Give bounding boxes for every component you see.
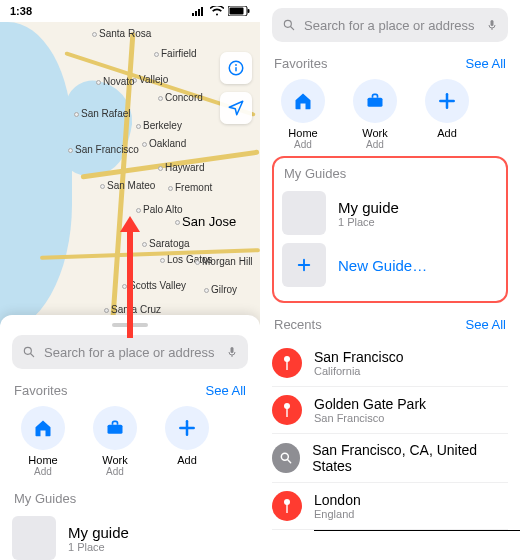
favorites-list: HomeAddWorkAddAdd [272, 79, 508, 150]
new-guide-button[interactable]: New Guide… [282, 239, 498, 291]
status-indicators [192, 6, 250, 16]
wifi-icon [210, 6, 224, 16]
recents-see-all[interactable]: See All [466, 317, 506, 332]
recent-pin [272, 491, 302, 521]
favorite-label: Work [362, 127, 387, 139]
favorite-circle [93, 406, 137, 450]
svg-rect-21 [368, 98, 383, 107]
bottom-sheet[interactable]: Search for a place or address Favorites … [0, 315, 260, 560]
cellular-icon [192, 6, 206, 16]
guide-item[interactable]: My guide 1 Place [282, 187, 498, 239]
recent-pin [272, 395, 302, 425]
guide-item[interactable]: My guide 1 Place [12, 512, 248, 560]
pin-icon [282, 355, 292, 371]
svg-point-10 [24, 347, 31, 354]
svg-rect-12 [231, 347, 234, 353]
favorites-header: Favorites See All [12, 369, 248, 406]
guide-thumb [282, 191, 326, 235]
city-label: San Rafael [74, 108, 130, 119]
city-label: Vallejo [132, 74, 168, 85]
locate-button[interactable] [220, 92, 252, 124]
map-water [0, 22, 72, 332]
annotation-arrow [127, 228, 133, 338]
city-label: Berkeley [136, 120, 182, 131]
search-icon [22, 345, 36, 359]
svg-rect-27 [286, 361, 287, 370]
favorite-plus[interactable]: Add [160, 406, 214, 477]
recent-name: London [314, 492, 361, 508]
search-placeholder: Search for a place or address [44, 345, 218, 360]
favorite-briefcase[interactable]: WorkAdd [348, 79, 402, 150]
svg-rect-1 [195, 11, 197, 16]
plus-icon [295, 256, 313, 274]
city-label: Hayward [158, 162, 204, 173]
mic-icon[interactable] [486, 17, 498, 33]
favorites-list: HomeAddWorkAddAdd [12, 406, 248, 477]
info-icon [227, 59, 245, 77]
search-input[interactable]: Search for a place or address [272, 8, 508, 42]
city-label: Fremont [168, 182, 212, 193]
recents-list: San FranciscoCaliforniaGolden Gate ParkS… [272, 340, 508, 531]
plus-icon [437, 91, 457, 111]
favorite-label: Home [28, 454, 57, 466]
favorite-sub: Add [34, 466, 52, 477]
pin-icon [282, 402, 292, 418]
recent-sub: England [314, 508, 361, 520]
guides-callout: My Guides My guide 1 Place New Guide… [272, 156, 508, 303]
left-screenshot: 1:38 Santa RosaFairfieldVallejoNovatoCon… [0, 0, 260, 560]
favorite-label: Add [437, 127, 457, 139]
recent-pin [272, 443, 300, 473]
favorite-circle [21, 406, 65, 450]
city-label: Oakland [142, 138, 186, 149]
home-icon [33, 418, 53, 438]
recents-header: Recents See All [272, 303, 508, 340]
mic-icon[interactable] [226, 344, 238, 360]
favorite-briefcase[interactable]: WorkAdd [88, 406, 142, 477]
plus-icon [177, 418, 197, 438]
recents-title: Recents [274, 317, 322, 332]
favorite-home[interactable]: HomeAdd [276, 79, 330, 150]
svg-rect-29 [286, 408, 287, 417]
guides-title: My Guides [12, 477, 248, 512]
favorite-home[interactable]: HomeAdd [16, 406, 70, 477]
recent-item[interactable]: Golden Gate ParkSan Francisco [272, 387, 508, 434]
guide-sub: 1 Place [68, 541, 129, 553]
svg-point-17 [284, 20, 291, 27]
favorite-sub: Add [294, 139, 312, 150]
city-label: San Jose [175, 214, 236, 229]
favorites-see-all[interactable]: See All [466, 56, 506, 71]
favorite-plus[interactable]: Add [420, 79, 474, 150]
svg-rect-2 [198, 9, 200, 16]
new-guide-thumb [282, 243, 326, 287]
city-label: Novato [96, 76, 135, 87]
status-time: 1:38 [10, 5, 32, 17]
favorites-see-all[interactable]: See All [206, 383, 246, 398]
recent-sub: California [314, 365, 403, 377]
location-arrow-icon [227, 99, 245, 117]
city-label: Concord [158, 92, 203, 103]
guide-name: My guide [68, 524, 129, 541]
home-icon [293, 91, 313, 111]
recent-name: Golden Gate Park [314, 396, 426, 412]
svg-point-8 [235, 64, 237, 66]
pin-icon [282, 498, 292, 514]
info-button[interactable] [220, 52, 252, 84]
svg-line-18 [291, 27, 294, 30]
recent-pin [272, 348, 302, 378]
battery-icon [228, 6, 250, 16]
recent-item[interactable]: LondonEngland [272, 483, 508, 530]
recent-item[interactable]: San FranciscoCalifornia [272, 340, 508, 387]
recent-item[interactable]: San Francisco, CA, United States [272, 434, 508, 483]
favorites-header: Favorites See All [272, 42, 508, 79]
city-label: Santa Rosa [92, 28, 151, 39]
favorites-title: Favorites [14, 383, 67, 398]
city-label: Saratoga [142, 238, 190, 249]
status-bar: 1:38 [0, 0, 260, 22]
briefcase-icon [105, 418, 125, 438]
city-label: Gilroy [204, 284, 237, 295]
favorite-circle [353, 79, 397, 123]
search-input[interactable]: Search for a place or address [12, 335, 248, 369]
favorite-circle [425, 79, 469, 123]
svg-line-11 [31, 354, 34, 357]
city-label: San Mateo [100, 180, 155, 191]
